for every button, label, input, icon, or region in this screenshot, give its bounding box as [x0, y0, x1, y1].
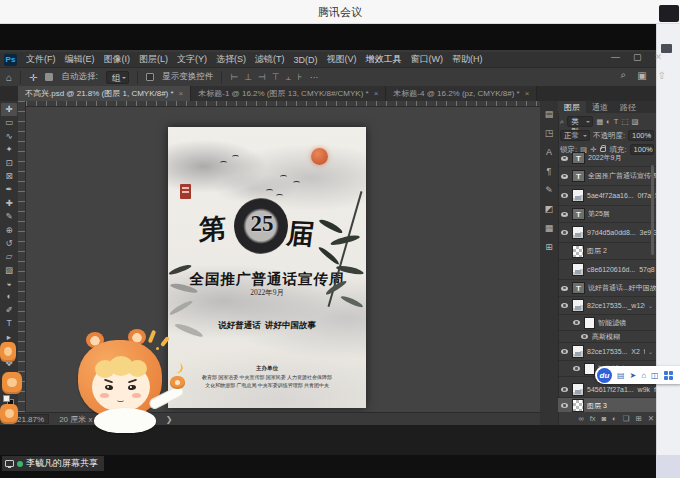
visibility-toggle[interactable]	[560, 174, 569, 179]
layer-row-hidden[interactable]: 图层 2	[558, 243, 656, 260]
layer-row[interactable]: 97d4d5a0dd8..._3e9-3Cp99l	[558, 223, 656, 243]
grid-menu-icon[interactable]	[664, 371, 673, 380]
visibility-toggle[interactable]	[560, 212, 569, 217]
align-left-icon[interactable]: ⊢	[230, 72, 238, 83]
menu-image[interactable]: 图像(I)	[104, 53, 131, 66]
layer-row[interactable]: 82ce17535..._w1200 拷贝 ⌄	[558, 297, 656, 315]
tab-channels[interactable]: 通道	[586, 101, 614, 113]
adjustment-layer-icon[interactable]: ◐	[612, 414, 617, 423]
filter-adjust-icon[interactable]: ◐	[606, 117, 611, 126]
smart-filter-row[interactable]: 智能滤镜	[558, 315, 656, 331]
baidu-logo-icon[interactable]: du	[597, 368, 612, 383]
layer-row[interactable]: T 第25届	[558, 206, 656, 223]
tab-layers[interactable]: 图层	[558, 101, 586, 113]
filter-shape-icon[interactable]: ⬚	[621, 117, 628, 126]
libraries-panel-icon[interactable]: ⊞	[545, 242, 553, 252]
stamp-tool[interactable]: ⊕	[1, 224, 17, 237]
filter-type-icon[interactable]: T	[614, 117, 619, 126]
align-right-icon[interactable]: ⊣	[258, 72, 266, 83]
tab-paths[interactable]: 路径	[614, 101, 642, 113]
cursor-icon[interactable]: ➤	[630, 371, 637, 380]
link-layers-icon[interactable]: ∞	[578, 414, 583, 423]
menu-file[interactable]: 文件(F)	[26, 53, 56, 66]
doc-tab[interactable]: 未标题-1 @ 16.2% (图层 13, CMYK/8#/CMYK) * ×	[191, 86, 386, 101]
crop-tool[interactable]: ⊡	[1, 157, 17, 170]
blend-mode-dropdown[interactable]: 正常	[560, 130, 590, 141]
frame-tool[interactable]: ⊠	[1, 170, 17, 183]
type-tool[interactable]: T	[1, 317, 17, 330]
move-tool[interactable]: ✛	[1, 103, 17, 116]
filter-pixel-icon[interactable]: ▦	[596, 117, 603, 126]
layer-row-selected[interactable]: 图层 3	[558, 398, 656, 412]
screen-share-badge[interactable]: 李毓凡的屏幕共享	[2, 456, 104, 471]
visibility-toggle[interactable]	[560, 303, 569, 308]
tab-close-icon[interactable]: ×	[374, 89, 379, 98]
lasso-tool[interactable]: ∿	[1, 130, 17, 143]
menu-filter[interactable]: 滤镜(T)	[255, 53, 285, 66]
menu-edit[interactable]: 编辑(E)	[65, 53, 95, 66]
brush-panel-icon[interactable]: ✎	[545, 185, 553, 195]
eraser-tool[interactable]: ▱	[1, 250, 17, 263]
auto-select-checkbox[interactable]	[45, 73, 53, 81]
layer-filter-dropdown[interactable]: 类型	[567, 116, 593, 127]
new-layer-icon[interactable]: ⊞	[635, 414, 641, 423]
visibility-toggle[interactable]	[580, 334, 589, 339]
poster-canvas[interactable]: 第 25 届 全国推广普通话宣传周 2022年9月 说好普通话 讲好中国故事 主…	[168, 127, 366, 408]
layer-style-icon[interactable]: fx	[590, 414, 596, 423]
smart-filter-chevron-icon[interactable]: ⌄	[648, 302, 653, 309]
meeting-video-thumbnail[interactable]	[659, 5, 679, 22]
filter-smart-icon[interactable]: ▨	[632, 117, 639, 126]
minimize-icon[interactable]: —	[611, 52, 620, 62]
align-bottom-icon[interactable]: ⊦	[297, 72, 302, 83]
visibility-toggle[interactable]	[560, 230, 569, 235]
menu-view[interactable]: 视图(V)	[327, 53, 357, 66]
bag-icon[interactable]: ⌂	[641, 371, 646, 380]
more-options-icon[interactable]: ···	[310, 72, 319, 82]
gradient-tool[interactable]: ▨	[1, 264, 17, 277]
notes-icon[interactable]: ▤	[617, 371, 625, 380]
visibility-toggle[interactable]	[560, 387, 569, 392]
share-icon[interactable]: ⇪	[658, 70, 666, 81]
align-center-h-icon[interactable]: ⊥	[244, 72, 252, 83]
baidu-floating-toolbar[interactable]: du ▤ ➤ ⌂ ◫	[595, 366, 680, 384]
move-tool-icon[interactable]: ✛	[29, 72, 37, 83]
layer-row[interactable]: 5ae4f72aa16..._0f7a_5e1200	[558, 186, 656, 206]
paragraph-panel-icon[interactable]: ¶	[547, 166, 552, 176]
brush-tool[interactable]: ✎	[1, 210, 17, 223]
tab-close-icon[interactable]: ×	[179, 89, 184, 98]
layers-scrollbar[interactable]	[651, 165, 654, 255]
align-top-icon[interactable]: ⊤	[272, 72, 280, 83]
healing-tool[interactable]: ✚	[1, 197, 17, 210]
comments-panel-icon[interactable]: ◳	[545, 128, 554, 138]
smart-filter-chevron-icon[interactable]: ⌄	[648, 348, 653, 355]
blur-tool[interactable]: ◒	[1, 277, 17, 290]
tab-close-icon[interactable]: ×	[525, 89, 530, 98]
phone-icon[interactable]: ◫	[651, 371, 659, 380]
menu-window[interactable]: 窗口(W)	[411, 53, 444, 66]
swatches-panel-icon[interactable]: ▦	[545, 223, 554, 233]
visibility-toggle[interactable]	[572, 366, 581, 371]
layer-row[interactable]: 545617f27a1..._w9k_fw1200	[558, 382, 656, 398]
layer-search-icon[interactable]: ⌕	[560, 117, 564, 127]
visibility-toggle[interactable]	[560, 403, 569, 408]
marquee-tool[interactable]: ▭	[1, 116, 17, 129]
visibility-toggle[interactable]	[560, 193, 569, 198]
layer-row-hidden[interactable]: c8e6120616d..._57g8_fw1200	[558, 260, 656, 280]
maximize-icon[interactable]: ▢	[633, 52, 642, 62]
visibility-toggle[interactable]	[560, 286, 569, 291]
visibility-toggle[interactable]	[560, 349, 569, 354]
layer-row[interactable]: T 2022年9月	[558, 150, 656, 167]
layer-mask-icon[interactable]: ◙	[602, 414, 607, 423]
close-icon[interactable]: ✕	[654, 52, 662, 62]
show-transform-checkbox[interactable]	[146, 73, 154, 81]
layer-row[interactable]: 82ce17535..._X2_fw1200 ⌄	[558, 343, 656, 361]
menu-select[interactable]: 选择(S)	[216, 53, 246, 66]
pen-tool[interactable]: ✐	[1, 304, 17, 317]
character-panel-icon[interactable]: A	[546, 147, 552, 157]
home-icon[interactable]: ⌂	[6, 72, 12, 83]
menu-help[interactable]: 帮助(H)	[452, 53, 483, 66]
menu-3d[interactable]: 3D(D)	[294, 55, 318, 65]
meeting-chat-panel[interactable]	[656, 24, 680, 455]
doc-tab-active[interactable]: 不高兴.psd @ 21.8% (图层 1, CMYK/8#) * ×	[18, 86, 191, 101]
menu-layer[interactable]: 图层(L)	[139, 53, 168, 66]
